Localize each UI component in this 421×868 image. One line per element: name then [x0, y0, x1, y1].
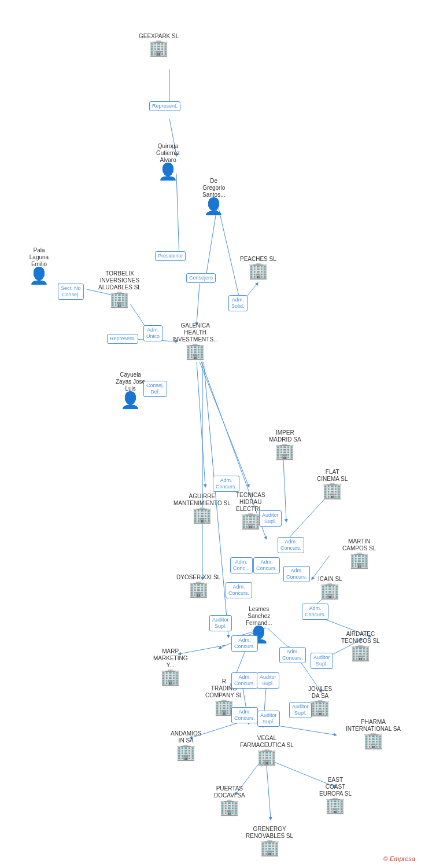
east-coast-icon: 🏢 — [325, 797, 345, 814]
node-quiroga: Quiroga Gutierrez Alvaro 👤 — [156, 142, 180, 180]
pala-laguna-icon: 👤 — [29, 268, 49, 284]
svg-line-2 — [176, 174, 179, 259]
badge-auditor-supl4[interactable]: Auditor Supl. — [257, 672, 279, 689]
airdatec-label: AIRDATEC TECNICOS SL — [341, 631, 380, 645]
badge-adm-concurs6[interactable]: Adm. Concurs. — [226, 582, 252, 598]
node-aguirre: AGUIRRE MANTENIMIENTO SL 🏢 — [173, 492, 231, 523]
svg-line-31 — [283, 460, 286, 521]
icain-icon: 🏢 — [320, 583, 340, 599]
node-grenergy: GRENERGY RENOVABLES SL 🏢 — [246, 825, 293, 856]
copyright-text: © Empresa — [383, 855, 415, 862]
badge-adm-concurs9[interactable]: Adm. Concurs. — [279, 647, 306, 663]
torbelix-label: TORBELIX INVERSIONES ALUDABLES SL — [98, 270, 141, 291]
node-degregorio: De Gregorio Santos... 👤 — [202, 176, 225, 215]
imper-madrid-label: IMPER MADRID SA — [269, 429, 301, 443]
east-coast-label: EAST COAST EUROPA SL — [319, 777, 352, 797]
geexpark-icon: 🏢 — [149, 40, 169, 56]
quiroga-icon: 👤 — [158, 164, 178, 180]
torbelix-icon: 🏢 — [109, 291, 130, 307]
quiroga-label: Quiroga Gutierrez Alvaro — [156, 143, 180, 164]
pala-laguna-label: Pala Laguna Emilio — [29, 247, 49, 268]
cayuela-icon: 👤 — [120, 392, 141, 409]
grenergy-label: GRENERGY RENOVABLES SL — [246, 826, 293, 840]
node-dyoser: DYOSER XXI SL 🏢 — [176, 573, 220, 597]
andamios-label: ANDAMIOS IN SA — [171, 730, 201, 744]
martin-campos-icon: 🏢 — [349, 552, 370, 568]
badge-adm-concurs4[interactable]: Adm. Concurs. — [253, 557, 280, 573]
badge-presidente[interactable]: Presidente — [155, 251, 186, 261]
svg-line-3 — [205, 208, 217, 281]
node-geexpark: GEEXPARK SL 🏢 — [139, 32, 179, 56]
node-marp: MARP MARKETING Y... 🏢 — [153, 647, 187, 685]
aguirre-icon: 🏢 — [192, 507, 212, 523]
node-andamios: ANDAMIOS IN SA 🏢 — [171, 729, 201, 760]
badge-adm-concurs7[interactable]: Adm. Concurs. — [302, 604, 328, 620]
node-torbelix: TORBELIX INVERSIONES ALUDABLES SL 🏢 — [98, 269, 141, 307]
pharma-icon: 🏢 — [363, 733, 383, 749]
badge-adm-concurs1[interactable]: Adm. Concurs. — [213, 476, 239, 492]
cayuela-label: Cayuela Zayas Jose Luis — [116, 372, 145, 392]
badge-adm-concurs8[interactable]: Adm. Concurs. — [231, 635, 258, 652]
tecnicas-icon: 🏢 — [241, 513, 261, 529]
badge-consejero[interactable]: Consejero — [186, 273, 216, 283]
vegal-label: VEGAL FARMACEUTICA SL — [240, 735, 294, 749]
node-cayuela: Cayuela Zayas Jose Luis 👤 — [116, 370, 145, 409]
lesmes-label: Lesmes Sanchez Fernand... — [246, 606, 272, 627]
aguirre-label: AGUIRRE MANTENIMIENTO SL — [173, 493, 231, 507]
node-vegal: VEGAL FARMACEUTICA SL 🏢 — [240, 734, 294, 765]
airdatec-icon: 🏢 — [350, 645, 371, 661]
badge-adm-concurs11[interactable]: Adm. Concurs. — [231, 707, 258, 723]
node-flat-cinema: FLAT CINEMA SL 🏢 — [317, 468, 348, 499]
badge-adm-concurs10[interactable]: Adm. Concurs. — [231, 672, 258, 689]
node-icain: ICAIN SL 🏢 — [318, 575, 342, 599]
badge-auditor-supl6[interactable]: Auditor Supl. — [289, 702, 312, 718]
dyoser-icon: 🏢 — [189, 581, 209, 597]
node-martin-campos: MARTIN CAMPOS SL 🏢 — [342, 537, 376, 568]
badge-adm-concurs2[interactable]: Adm. Concurs. — [278, 537, 304, 553]
marp-label: MARP MARKETING Y... — [153, 648, 187, 669]
joviles-label: JOVILES DA SA — [308, 686, 332, 700]
flat-cinema-label: FLAT CINEMA SL — [317, 469, 348, 483]
galenica-label: GALENICA HEALTH INVESTMENTS... — [172, 322, 218, 343]
galenica-icon: 🏢 — [185, 343, 205, 359]
badge-adm-concurs5[interactable]: Adm. Concurs. — [283, 566, 310, 582]
badge-adm-solid[interactable]: Adm. Solid. — [228, 295, 248, 311]
node-airdatec: AIRDATEC TECNICOS SL 🏢 — [341, 630, 380, 661]
badge-auditor-supl3[interactable]: Auditor Supl. — [311, 653, 333, 669]
node-pala-laguna: Pala Laguna Emilio 👤 — [29, 246, 49, 284]
peaches-icon: 🏢 — [248, 263, 268, 279]
svg-line-29 — [266, 758, 271, 819]
badge-auditor-supl2[interactable]: Auditor Supl. — [209, 615, 232, 631]
martin-campos-label: MARTIN CAMPOS SL — [342, 538, 376, 552]
node-east-coast: EAST COAST EUROPA SL 🏢 — [319, 775, 352, 814]
andamios-icon: 🏢 — [176, 744, 196, 760]
badge-adm-conc3[interactable]: Adm. Conc... — [230, 557, 253, 573]
degregorio-label: De Gregorio Santos... — [202, 178, 225, 198]
grenergy-icon: 🏢 — [260, 840, 280, 856]
node-peaches: PEACHES SL 🏢 — [240, 255, 276, 279]
svg-line-4 — [219, 208, 240, 301]
badge-auditor-supl1[interactable]: Auditor Supl. — [259, 510, 282, 527]
vegal-icon: 🏢 — [257, 749, 277, 765]
badge-represent1[interactable]: Represent. — [149, 101, 180, 111]
badge-represent2[interactable]: Represent. — [107, 334, 138, 344]
badge-consej-del[interactable]: Consej. Del. — [143, 381, 167, 397]
badge-auditor-supl5[interactable]: Auditor Supl. — [257, 711, 280, 727]
badge-secr-no-consej[interactable]: Secr. No Consej. — [58, 284, 84, 300]
flat-cinema-icon: 🏢 — [322, 483, 342, 499]
degregorio-icon: 👤 — [204, 198, 224, 215]
node-galenica: GALENICA HEALTH INVESTMENTS... 🏢 — [172, 321, 218, 359]
node-puertas: PUERTAS DOCAVI SA 🏢 — [214, 784, 245, 815]
svg-line-12 — [197, 362, 205, 486]
badge-adm-unico[interactable]: Adm. Unico — [143, 325, 163, 341]
joviles-icon: 🏢 — [310, 700, 330, 716]
node-joviles: JOVILES DA SA 🏢 — [308, 685, 332, 716]
marp-icon: 🏢 — [160, 669, 180, 685]
svg-line-13 — [200, 362, 249, 486]
pharma-label: PHARMA INTERNATIONAL SA — [346, 719, 401, 733]
node-imper-madrid: IMPER MADRID SA 🏢 — [269, 428, 301, 459]
imper-madrid-icon: 🏢 — [275, 443, 295, 459]
node-pharma: PHARMA INTERNATIONAL SA 🏢 — [346, 718, 401, 749]
svg-line-5 — [197, 284, 200, 324]
puertas-label: PUERTAS DOCAVI SA — [214, 785, 245, 799]
